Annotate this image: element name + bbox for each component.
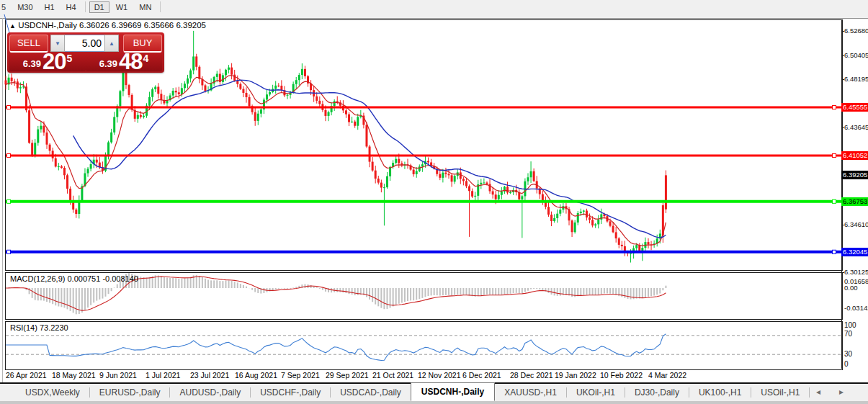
date-axis-label: 9 Jun 2021 xyxy=(99,371,137,380)
date-axis-label: 29 Sep 2021 xyxy=(326,371,369,380)
tab-uk100-h1[interactable]: UK100-,H1 xyxy=(689,385,751,400)
tab-xauusd-h1[interactable]: XAUUSD-,H1 xyxy=(495,385,566,400)
date-axis-label: 26 Apr 2021 xyxy=(6,371,47,380)
price-axis-tick xyxy=(841,31,844,32)
window-bottom-edge xyxy=(0,401,868,404)
date-axis-label: 23 Jul 2021 xyxy=(190,371,229,380)
price-axis-label: 6.34610 xyxy=(844,220,868,228)
date-axis-label: 10 Feb 2022 xyxy=(600,371,643,380)
timeframe-w1-button[interactable]: W1 xyxy=(111,1,133,13)
rsi-label: RSI(14) 73.2230 xyxy=(10,323,68,332)
price-axis-tick xyxy=(841,55,844,56)
tab-usdchf-daily[interactable]: USDCHF-,Daily xyxy=(251,385,330,400)
chart-symbol-period: USDCNH-,Daily xyxy=(18,21,77,30)
price-axis-tick xyxy=(841,225,844,225)
chart-tabbar: USDX,Weekly EURUSD-,Daily AUDUSD-,Daily … xyxy=(0,384,868,401)
date-axis-label: 19 Jan 2022 xyxy=(555,371,596,380)
tab-eurusd-daily[interactable]: EURUSD-,Daily xyxy=(90,385,170,400)
timeframe-h1-button[interactable]: H1 xyxy=(40,1,60,13)
price-axis-label: 6.48195 xyxy=(844,75,868,83)
sell-price-big: 20 xyxy=(42,53,66,71)
tab-usdx-weekly[interactable]: USDX,Weekly xyxy=(16,385,89,400)
rsi-axis-label: 70 xyxy=(844,330,852,338)
hline-price-tag: 6.41052 xyxy=(841,151,868,160)
date-axis-label: 4 Mar 2022 xyxy=(648,371,686,380)
timeframe-d1-button[interactable]: D1 xyxy=(89,1,109,13)
timeframe-m15-button[interactable]: 5 xyxy=(0,1,11,13)
price-axis-label: 6.43645 xyxy=(844,123,868,131)
one-click-trading-panel: SELL ▼ ▲ BUY 6.39 20 5 6.39 48 4 xyxy=(7,32,164,73)
price-axis-tick xyxy=(841,127,844,128)
price-axis-label: 6.30125 xyxy=(844,268,868,276)
hline-price-tag: 6.32045 xyxy=(841,248,868,256)
macd-axis-label: 0.00 xyxy=(844,284,858,292)
toolbar-separator xyxy=(160,1,161,12)
price-axis[interactable] xyxy=(841,19,842,369)
rsi-pane[interactable] xyxy=(5,321,843,370)
rsi-axis-label: 30 xyxy=(844,350,852,358)
timeframe-m30-button[interactable]: M30 xyxy=(12,1,37,13)
sell-price-quote[interactable]: 6.39 20 5 xyxy=(9,53,86,71)
tab-usdcad-daily[interactable]: USDCAD-,Daily xyxy=(331,385,411,400)
timeframe-toolbar: 5 M30 H1 H4 D1 W1 MN xyxy=(0,0,868,14)
date-axis-label: 1 Jul 2021 xyxy=(146,371,180,380)
volume-increase-button[interactable]: ▲ xyxy=(104,35,119,52)
timeframe-h4-button[interactable]: H4 xyxy=(61,1,81,13)
macd-label: MACD(12,26,9) 0.000751 -0.008140 xyxy=(10,274,138,283)
buy-price-sup: 4 xyxy=(143,53,149,64)
chart-title: ▲ USDCNH-,Daily 6.36026 6.39669 6.35666 … xyxy=(9,21,206,30)
toolbar-separator xyxy=(85,1,86,12)
tab-audusd-daily[interactable]: AUDUSD-,Daily xyxy=(170,385,250,400)
price-axis-label: 6.52680 xyxy=(844,27,868,35)
date-axis-label: 6 Dec 2021 xyxy=(462,371,501,380)
toolbar-divider xyxy=(0,14,868,19)
chart-ohlc-values: 6.36026 6.39669 6.35666 6.39205 xyxy=(79,21,206,30)
buy-price-big: 48 xyxy=(119,53,142,71)
date-axis-label: 21 Oct 2021 xyxy=(372,371,413,380)
date-axis-label: 7 Sep 2021 xyxy=(281,371,320,380)
date-axis-label: 28 Dec 2021 xyxy=(510,371,553,380)
price-axis-tick xyxy=(841,272,844,273)
tab-scroll-arrows[interactable]: ◂▸ xyxy=(816,387,862,397)
macd-axis-label: -0.03142 xyxy=(844,304,868,312)
hline-price-tag: 6.36753 xyxy=(841,197,868,206)
tab-ukoil-h1[interactable]: UKOil-,H1 xyxy=(567,385,625,400)
chart-shift-marker[interactable]: ▲ xyxy=(9,22,16,30)
price-axis-tick xyxy=(841,79,844,80)
date-axis-label: 16 Aug 2021 xyxy=(235,371,277,380)
sell-price-prefix: 6.39 xyxy=(23,58,41,69)
buy-price-quote[interactable]: 6.39 48 4 xyxy=(86,53,162,71)
tab-scroll-right-icon[interactable]: ▸ xyxy=(839,387,862,397)
price-axis-label: 6.50405 xyxy=(844,51,868,59)
tab-scroll-left-icon[interactable]: ◂ xyxy=(816,387,839,397)
timeframe-mn-button[interactable]: MN xyxy=(134,1,156,13)
tab-separator xyxy=(809,387,810,398)
tab-usoil-h1[interactable]: USOil-,H1 xyxy=(751,385,809,400)
window-left-edge xyxy=(2,18,3,383)
rsi-axis-label: 100 xyxy=(844,321,856,329)
current-price-tag: 6.39205 xyxy=(841,171,868,179)
hline-price-tag: 6.45555 xyxy=(841,103,868,112)
volume-input[interactable] xyxy=(65,35,104,52)
date-axis-label: 18 May 2021 xyxy=(52,371,96,380)
tab-dj30-daily[interactable]: DJ30-,Daily xyxy=(625,385,689,400)
tab-usdcnh-daily[interactable]: USDCNH-,Daily xyxy=(411,382,495,401)
date-axis-label: 12 Nov 2021 xyxy=(418,371,461,380)
sell-price-sup: 5 xyxy=(67,53,73,64)
mt4-window: 5 M30 H1 H4 D1 W1 MN ▲ USDCNH-,Daily 6.3… xyxy=(0,0,868,404)
buy-price-prefix: 6.39 xyxy=(99,58,117,69)
rsi-axis-label: 0 xyxy=(844,360,849,368)
